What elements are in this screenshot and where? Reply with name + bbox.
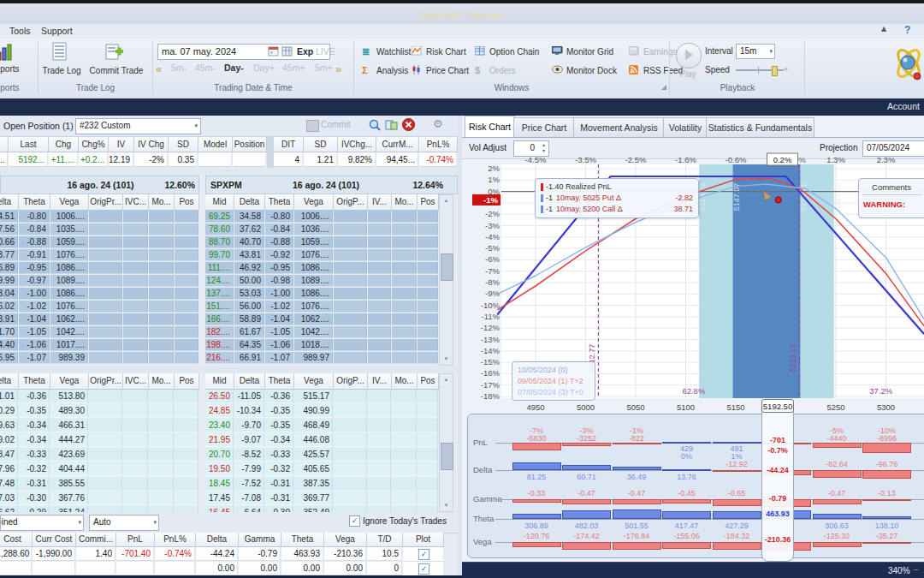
chain-cell[interactable]: 490.99 [294, 404, 333, 418]
chain-cell[interactable] [89, 462, 122, 476]
chain-cell[interactable]: 367.76 [50, 492, 88, 505]
chain-cell[interactable]: -0.88 [19, 236, 50, 248]
chain-cell[interactable] [418, 492, 438, 505]
chain-cell[interactable] [123, 492, 148, 505]
date-nav-[interactable]: « [156, 63, 162, 75]
chain-cell[interactable]: -0.31 [265, 477, 293, 491]
chain-cell[interactable]: -0.35 [265, 404, 293, 418]
chain-cell[interactable] [418, 326, 438, 338]
chain-cell[interactable] [149, 236, 174, 248]
chain-cell[interactable] [149, 506, 174, 512]
play-button[interactable] [676, 43, 702, 69]
scroll-down-icon[interactable]: ▼ [440, 354, 453, 365]
chain-cell[interactable] [392, 352, 417, 364]
chain-cell[interactable] [89, 211, 122, 223]
chain-cell[interactable] [175, 448, 198, 462]
chain-cell[interactable]: 1018.... [294, 339, 333, 351]
chain-cell[interactable]: 1059.... [294, 236, 333, 248]
chain-cell[interactable] [89, 404, 122, 418]
chain-cell[interactable] [368, 448, 391, 462]
chain-cell[interactable] [418, 462, 438, 476]
chain-cell[interactable] [392, 262, 417, 274]
chain-cell[interactable] [89, 313, 122, 325]
chain-cell[interactable] [392, 433, 417, 447]
chain-cell[interactable]: -0.80 [19, 211, 50, 223]
chain-cell[interactable] [89, 492, 122, 505]
menu-support[interactable]: Support [41, 26, 73, 36]
checkbox-icon[interactable]: ✓ [349, 515, 360, 527]
chain-cell[interactable]: -0.91 [19, 249, 50, 261]
chain-cell[interactable]: -0.32 [19, 462, 50, 476]
chain-cell[interactable]: 58.89 [234, 313, 264, 325]
chain-cell[interactable]: -1.05 [265, 326, 293, 338]
chain-cell[interactable] [123, 433, 148, 447]
chain-cell[interactable] [123, 506, 148, 512]
chain-cell[interactable]: 99.70 [205, 249, 234, 261]
time-grid-icon[interactable] [281, 46, 293, 57]
commit-button[interactable]: Commit [306, 118, 356, 134]
chain-cell[interactable]: 1042.... [294, 326, 333, 338]
chain-cell[interactable]: 37.56 [0, 223, 18, 235]
chain-cell[interactable] [368, 262, 391, 274]
chain-cell[interactable] [418, 506, 438, 512]
chain-cell[interactable]: 444.27 [50, 433, 88, 447]
chain-cell[interactable] [334, 506, 367, 512]
chain-cell[interactable] [123, 477, 148, 491]
chain-cell[interactable]: 34.51 [0, 211, 18, 223]
chain-cell[interactable]: -0.84 [265, 223, 293, 235]
chain-cell[interactable] [418, 352, 438, 364]
chain-cell[interactable] [123, 326, 148, 338]
chain-cell[interactable] [175, 326, 198, 338]
chain-cell[interactable]: 369.77 [294, 492, 333, 505]
chain-cell[interactable]: 489.30 [50, 404, 88, 418]
chain-cell[interactable]: 69.25 [205, 211, 234, 223]
chain-cell[interactable]: 53.04 [0, 288, 18, 300]
chain-cell[interactable] [334, 492, 367, 505]
chain-cell[interactable] [149, 275, 174, 287]
chain-cell[interactable] [368, 433, 391, 447]
chain-cell[interactable]: 466.31 [50, 419, 88, 432]
chain-cell[interactable] [392, 339, 417, 351]
chain-cell[interactable] [89, 448, 122, 462]
chain-cell[interactable]: -7.03 [0, 492, 18, 505]
chain-cell[interactable] [368, 390, 391, 403]
chain-cell[interactable]: 216.... [205, 352, 234, 364]
chain-cell[interactable]: 423.69 [50, 448, 88, 462]
chain-cell[interactable]: 1059.... [50, 236, 88, 248]
plot-checkbox[interactable]: ✓ [418, 549, 429, 560]
chain-cell[interactable] [392, 301, 417, 313]
chain-cell[interactable]: 18.45 [205, 477, 234, 491]
chain-cell[interactable] [175, 404, 198, 418]
chain-cell[interactable]: 1076.... [294, 301, 333, 313]
chain-cell[interactable] [123, 236, 148, 248]
chain-cell[interactable] [149, 262, 174, 274]
chain-cell[interactable]: 1086.... [294, 262, 333, 274]
chain-cell[interactable]: 88.70 [205, 236, 234, 248]
chain-cell[interactable]: -7.08 [234, 492, 264, 505]
chain-cell[interactable]: 513.80 [50, 390, 88, 403]
chain-cell[interactable] [368, 477, 391, 491]
chain-cell[interactable]: 78.60 [205, 223, 234, 235]
chain-cell[interactable] [418, 419, 438, 432]
chain-cell[interactable] [418, 236, 438, 248]
chain-cell[interactable] [334, 301, 367, 313]
chain-cell[interactable] [149, 249, 174, 261]
chain-cell[interactable] [368, 462, 391, 476]
chain-cell[interactable] [392, 211, 417, 223]
chain-cell[interactable] [368, 275, 391, 287]
chain-cell[interactable] [123, 462, 148, 476]
chain-cell[interactable]: -1.00 [265, 288, 293, 300]
chain-cell[interactable]: 1035.... [50, 223, 88, 235]
chain-cell[interactable] [368, 288, 391, 300]
chain-cell[interactable] [418, 448, 438, 462]
chain-cell[interactable]: 46.92 [234, 262, 264, 274]
chain-cell[interactable]: -0.31 [19, 477, 50, 491]
chain-cell[interactable] [334, 288, 367, 300]
chain-cell[interactable] [149, 448, 174, 462]
chain-cell[interactable]: 66.91 [234, 352, 264, 364]
chain-cell[interactable] [418, 262, 438, 274]
chain-cell[interactable]: -9.07 [234, 433, 264, 447]
chain-cell[interactable]: 40.70 [234, 236, 264, 248]
chain-cell[interactable]: 124.... [205, 275, 234, 287]
chain-cell[interactable] [149, 288, 174, 300]
